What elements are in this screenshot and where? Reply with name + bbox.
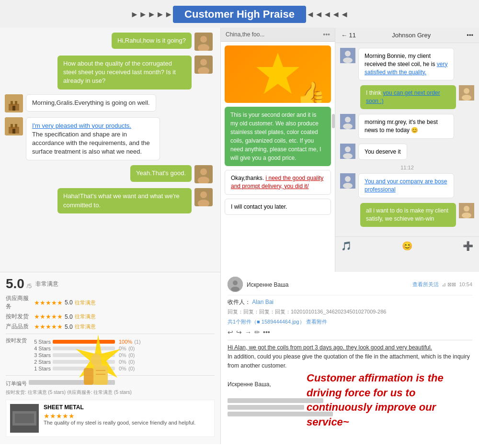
rating-row-1: 供应商服务 ★★★★★ 5.0 往常满意 — [6, 294, 215, 311]
product-thumbnail — [10, 404, 39, 433]
chat-message: I'm very pleased with your products. The… — [5, 117, 216, 161]
svg-rect-14 — [15, 124, 17, 128]
rating-header: 5.0 /5 非常满意 — [6, 276, 215, 291]
chat-bubble: How about the quality of the corrugated … — [57, 56, 192, 90]
avatar — [5, 117, 23, 135]
product-stars: ★★★★★ — [44, 412, 195, 420]
rating-label: 非常满意 — [35, 280, 58, 288]
mid-top-bar: China,the foo... ••• — [221, 28, 335, 42]
chat-message: Yeah.That's good. — [5, 165, 216, 183]
email-icons: ⊿ ⊠⊠ — [442, 281, 456, 288]
svg-point-24 — [345, 51, 351, 56]
svg-rect-10 — [12, 106, 15, 111]
avatar — [459, 85, 474, 101]
chat-bubble-contact: I will contact you later. — [225, 199, 331, 215]
thumbs-image-top: 👍 — [225, 45, 331, 103]
wechat-header: ← 11 Johnson Grey ••• — [335, 28, 479, 43]
forward-button[interactable]: → — [245, 328, 251, 336]
wechat-message: Morning Bonnie, my client received the s… — [340, 48, 474, 80]
wechat-bubble: all i want to do is make my client satis… — [360, 203, 456, 227]
sender-avatar — [228, 277, 243, 292]
svg-point-20 — [200, 191, 207, 198]
rating-row-2: 按时发货 ★★★★★ 5.0 往常满意 — [6, 313, 215, 321]
email-attachment: 共1个附件（■ 1589444464.jpg） 查看附件 — [228, 318, 472, 325]
wechat-footer: 🎵 😊 ➕ — [335, 236, 479, 255]
wechat-bubble: You and your company are bose profession… — [358, 173, 454, 198]
wechat-message: You deserve it — [340, 144, 474, 160]
svg-point-30 — [345, 117, 351, 123]
left-arrows: ►►►►► — [130, 10, 173, 20]
email-header: Искренне Ваша 查看所关活 ⊿ ⊠⊠ 10:54 — [228, 277, 472, 295]
svg-marker-22 — [256, 53, 299, 94]
avatar — [194, 188, 213, 206]
edit-button[interactable]: ✏ — [254, 328, 260, 336]
chat-bubble-white: Okay,thanks. i need the good quality and… — [225, 170, 331, 195]
reply-all-button[interactable]: ↪ — [236, 328, 242, 336]
main-wrapper: ►►►►► Customer High Praise ◄◄◄◄◄ Hi,Rahu… — [0, 0, 479, 448]
svg-point-1 — [200, 36, 207, 43]
avatar — [194, 33, 213, 51]
reply-button[interactable]: ↩ — [228, 328, 233, 336]
svg-point-25 — [343, 57, 353, 63]
chat-message: Haha!That's what we want and what we're … — [5, 188, 216, 213]
svg-rect-48 — [15, 414, 34, 423]
email-to: 收件人： Alan Bai — [228, 298, 472, 306]
wechat-bubble: I think you can get next order soon :) — [360, 85, 456, 109]
avatar — [340, 48, 355, 63]
wechat-message: all i want to do is make my client satis… — [340, 203, 474, 227]
mid-messages: 👍 This is your second order and it is my… — [221, 42, 335, 223]
svg-point-33 — [345, 146, 351, 152]
svg-point-27 — [464, 88, 469, 94]
svg-point-51 — [231, 287, 240, 291]
svg-point-40 — [462, 213, 471, 218]
svg-point-31 — [343, 123, 353, 129]
svg-point-4 — [200, 59, 207, 66]
svg-rect-42 — [93, 366, 108, 385]
right-arrows: ◄◄◄◄◄ — [306, 10, 349, 20]
wechat-message: I think you can get next order soon :) — [340, 85, 474, 109]
blurred-line-2 — [228, 405, 304, 410]
chat-bubble: Yeah.That's good. — [130, 165, 192, 181]
svg-point-34 — [343, 153, 353, 159]
rating-score: 5.0 /5 — [6, 276, 32, 291]
more-button[interactable]: ••• — [263, 328, 270, 336]
chat-bubble: Haha!That's what we want and what we're … — [57, 188, 192, 213]
scroll-indicator — [332, 114, 335, 128]
page-header: ►►►►► Customer High Praise ◄◄◄◄◄ — [0, 0, 479, 28]
svg-rect-8 — [11, 101, 13, 105]
chat-bubble: Hi,Rahul,how is it going? — [112, 33, 192, 49]
chat-message: Morning,Gralis.Everything is going on we… — [5, 94, 216, 112]
avatar — [5, 94, 23, 112]
view-all-link[interactable]: 查看所关活 — [412, 281, 439, 288]
product-review: SHEET METAL ★★★★★ The quality of my stee… — [6, 400, 215, 437]
customer-affirmation: Customer affirmation is the driving forc… — [307, 371, 469, 430]
wechat-message: You and your company are bose profession… — [340, 173, 474, 198]
wechat-bubble: You deserve it — [358, 144, 407, 160]
svg-point-36 — [345, 176, 351, 182]
wechat-message: morning mr.grey, it's the best news to m… — [340, 114, 474, 139]
bottom-panels: 5.0 /5 非常满意 供应商服务 ★★★★★ 5.0 往常满意 按时发货 ★★… — [0, 272, 479, 444]
email-subject: 回复：回复：回复：回复：10201010136_3462023450102700… — [228, 308, 472, 315]
svg-point-37 — [343, 183, 353, 189]
chat-message: How about the quality of the corrugated … — [5, 56, 216, 90]
svg-point-50 — [233, 280, 238, 285]
avatar — [340, 173, 355, 189]
avatar — [340, 144, 355, 159]
rating-row-3: 产品品质 ★★★★★ 5.0 往常满意 — [6, 323, 215, 331]
svg-point-28 — [462, 95, 471, 101]
page-title: Customer High Praise — [173, 6, 306, 23]
svg-point-17 — [200, 168, 207, 175]
chat-message: Hi,Rahul,how is it going? — [5, 33, 216, 51]
wechat-bubble: morning mr.grey, it's the best news to m… — [358, 114, 454, 139]
avatar — [459, 203, 474, 218]
wechat-bubble: Morning Bonnie, my client received the s… — [358, 48, 454, 80]
middle-chat-panel: China,the foo... ••• 👍 This is your seco… — [220, 28, 335, 272]
bottom-left-section: 5.0 /5 非常满意 供应商服务 ★★★★★ 5.0 往常满意 按时发货 ★★… — [0, 272, 220, 444]
chat-bubble-green: This is your second order and it is my o… — [225, 107, 331, 166]
time-label: 11:12 — [340, 165, 474, 170]
wechat-messages: Morning Bonnie, my client received the s… — [335, 43, 479, 236]
svg-rect-43 — [84, 368, 93, 385]
left-chat-panel: Hi,Rahul,how is it going? How about the … — [0, 28, 220, 272]
chat-bubble: Morning,Gralis.Everything is going on we… — [26, 94, 156, 112]
product-info: SHEET METAL ★★★★★ The quality of my stee… — [44, 404, 195, 426]
